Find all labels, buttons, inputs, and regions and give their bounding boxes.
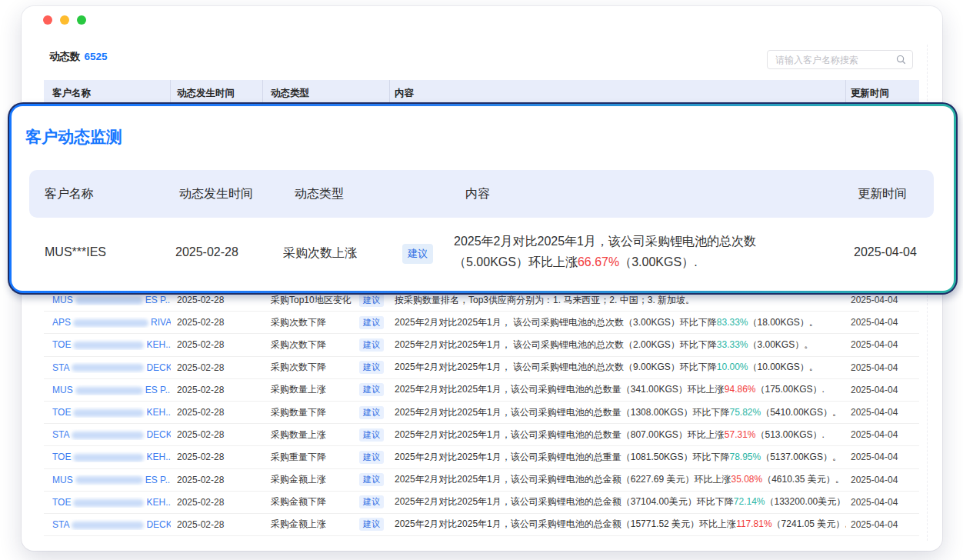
zoom-window-button[interactable] — [77, 15, 86, 25]
popup-col-customer: 客户名称 — [45, 186, 94, 202]
content-percent: 117.81% — [736, 518, 771, 529]
customer-name-link[interactable]: APSRIVAT... — [44, 317, 171, 328]
event-type-label: 采购次数下降 — [271, 361, 326, 374]
event-type-label: 采购重量下降 — [271, 451, 326, 464]
customer-name-redacted — [72, 364, 144, 372]
event-type-cell: 采购金额上涨建议 — [263, 518, 390, 531]
customer-name-link[interactable]: MUSES P... — [44, 385, 171, 395]
event-content: 2025年2月对比2025年1月，该公司采购锂电池的总数量（807.00KGS）… — [390, 428, 846, 442]
update-date: 2025-04-04 — [846, 295, 919, 305]
popup-gradient-border: 客户动态监测 客户名称 动态发生时间 动态类型 内容 更新时间 MUS***IE… — [9, 104, 956, 293]
popup-suggestion-badge: 建议 — [402, 244, 433, 264]
event-type-cell: 采购数量下降建议 — [263, 406, 390, 419]
event-type-cell: 采购次数下降建议 — [263, 338, 390, 352]
customer-name-link[interactable]: MUSES P... — [44, 475, 171, 485]
customer-name-prefix: TOE — [52, 497, 71, 508]
customer-name-link[interactable]: TOEKEH... — [44, 407, 171, 418]
popup-col-content: 内容 — [465, 186, 490, 202]
update-date: 2025-04-04 — [846, 339, 919, 350]
table-row: TOEKEH...2025-02-28采购金额下降建议2025年2月对比2025… — [44, 492, 919, 514]
customer-name-suffix: ES P... — [145, 385, 171, 395]
table-row: APSRIVAT...2025-02-28采购次数下降建议2025年2月对比20… — [44, 312, 919, 334]
minimize-window-button[interactable] — [60, 15, 69, 25]
customer-name-link[interactable]: MUSES P... — [44, 295, 171, 305]
popup-title: 客户动态监测 — [25, 126, 122, 148]
customer-name-suffix: KEH... — [146, 452, 171, 462]
suggestion-badge: 建议 — [359, 316, 384, 329]
popup-event-content: 2025年2月对比2025年1月，该公司采购锂电池的总次数（5.00KGS）环比… — [454, 231, 777, 272]
popup-customer-name[interactable]: MUS***IES — [45, 245, 106, 259]
event-content: 2025年2月对比2025年1月，该公司采购锂电池的总金额（15771.52 美… — [390, 518, 846, 531]
popup-content-percent: 66.67% — [578, 255, 619, 268]
popup-card: 客户动态监测 客户名称 动态发生时间 动态类型 内容 更新时间 MUS***IE… — [12, 106, 954, 291]
dynamics-count-value: 6525 — [85, 51, 108, 62]
content-text: 2025年2月对比2025年1月，该公司采购锂电池的总金额（15771.52 美… — [395, 518, 736, 529]
popup-content-tail: （3.00KGS）. — [619, 255, 697, 268]
customer-search-box[interactable] — [767, 50, 913, 69]
customer-dynamics-popup: 客户动态监测 客户名称 动态发生时间 动态类型 内容 更新时间 MUS***IE… — [8, 102, 958, 295]
customer-name-link[interactable]: TOEKEH... — [44, 497, 171, 508]
customer-name-link[interactable]: STADECK... — [44, 429, 171, 440]
suggestion-badge: 建议 — [359, 383, 384, 396]
content-text: 2025年2月对比2025年1月，该公司采购锂电池的总金额（6227.69 美元… — [395, 474, 731, 485]
event-date: 2025-02-28 — [171, 317, 263, 328]
update-date: 2025-04-04 — [846, 385, 919, 395]
suggestion-badge: 建议 — [359, 451, 384, 464]
popup-table-header: 客户名称 动态发生时间 动态类型 内容 更新时间 — [29, 170, 934, 218]
event-date: 2025-02-28 — [171, 362, 263, 373]
content-text: 2025年2月对比2025年1月， 该公司采购锂电池的总次数（3.00KGS）环… — [395, 317, 717, 328]
content-tail: （5410.00KGS）。 — [761, 407, 841, 418]
content-percent: 83.33% — [717, 317, 748, 328]
content-percent: 57.31% — [725, 429, 756, 440]
customer-name-prefix: STA — [52, 429, 69, 440]
update-date: 2025-04-04 — [846, 475, 919, 485]
table-row: MUSES P...2025-02-28采购数量上涨建议2025年2月对比202… — [44, 379, 919, 402]
content-text: 2025年2月对比2025年1月，该公司采购锂电池的总数量（807.00KGS）… — [395, 429, 725, 440]
event-type-cell: 采购数量上涨建议 — [263, 428, 390, 442]
customer-name-suffix: DECK... — [146, 362, 171, 373]
table-row: TOEKEH...2025-02-28采购数量下降建议2025年2月对比2025… — [44, 402, 919, 424]
table-row: TOEKEH...2025-02-28采购重量下降建议2025年2月对比2025… — [44, 446, 919, 468]
event-date: 2025-02-28 — [171, 339, 263, 350]
content-tail: （513.00KGS）. — [756, 429, 825, 440]
suggestion-badge: 建议 — [359, 518, 384, 531]
content-tail: （4610.35 美元）。 — [762, 474, 845, 485]
customer-name-link[interactable]: TOEKEH... — [44, 452, 171, 462]
popup-event-type: 采购次数上涨 — [283, 245, 357, 262]
customer-name-redacted — [75, 476, 143, 484]
event-type-label: 采购金额上涨 — [271, 473, 326, 486]
customer-name-link[interactable]: TOEKEH... — [44, 339, 171, 350]
event-type-label: 采购次数下降 — [271, 338, 326, 352]
content-text: 2025年2月对比2025年1月，该公司采购锂电池的总数量（341.00KGS）… — [395, 384, 725, 395]
table-row: STADECK...2025-02-28采购数量上涨建议2025年2月对比202… — [44, 424, 919, 446]
customer-name-redacted — [73, 409, 144, 417]
event-type-cell: 采购数量上涨建议 — [263, 383, 390, 396]
table-body: MUSES P...2025-02-28采购Top10地区变化建议按采购数量排名… — [44, 289, 919, 536]
event-content: 2025年2月对比2025年1月，该公司采购锂电池的总重量（1081.50KGS… — [390, 451, 846, 464]
event-date: 2025-02-28 — [171, 295, 263, 305]
suggestion-badge: 建议 — [359, 495, 384, 508]
customer-name-prefix: APS — [52, 317, 71, 328]
customer-name-link[interactable]: STADECK... — [44, 362, 171, 373]
customer-name-redacted — [72, 522, 144, 529]
customer-name-link[interactable]: STADECK... — [44, 519, 171, 530]
event-type-label: 采购金额上涨 — [271, 518, 326, 531]
update-date: 2025-04-04 — [846, 519, 919, 530]
search-input[interactable] — [774, 54, 896, 66]
dynamics-count: 动态数6525 — [49, 50, 108, 64]
close-window-button[interactable] — [43, 15, 52, 25]
content-text: 2025年2月对比2025年1月， 该公司采购锂电池的总次数（2.00KGS）环… — [395, 339, 717, 350]
suggestion-badge: 建议 — [359, 473, 384, 486]
update-date: 2025-04-04 — [846, 317, 919, 328]
content-text: 2025年2月对比2025年1月，该公司采购锂电池的总金额（37104.00美元… — [395, 496, 734, 507]
customer-name-suffix: ES P... — [145, 295, 171, 305]
customer-name-prefix: MUS — [52, 385, 73, 395]
content-tail: （3.00KGS）。 — [748, 339, 813, 350]
event-type-label: 采购数量下降 — [271, 406, 326, 419]
event-type-label: 采购次数下降 — [271, 316, 326, 329]
content-text: 2025年2月对比2025年1月，该公司采购锂电池的总重量（1081.50KGS… — [395, 452, 729, 462]
content-tail: （10.00KGS）。 — [748, 362, 818, 372]
content-tail: （18.00KGS）。 — [748, 317, 818, 328]
event-type-label: 采购Top10地区变化 — [271, 294, 352, 307]
event-content: 按采购数量排名，Top3供应商分别为：1. 马来西亚；2. 中国；3. 新加坡。 — [390, 294, 846, 307]
